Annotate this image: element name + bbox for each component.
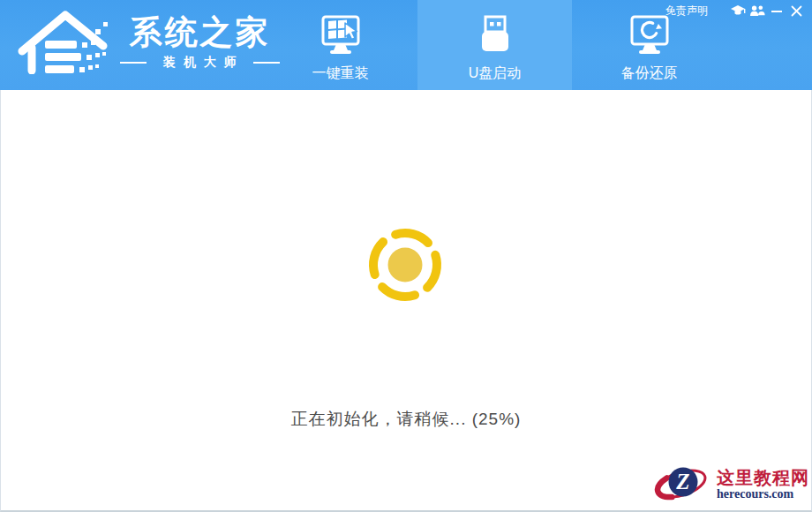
watermark-site-name: 这里教程网: [717, 468, 809, 487]
tab-label: 一键重装: [312, 64, 369, 83]
header-bar: 系统之家 装机大师: [0, 0, 812, 90]
loading-spinner: [365, 224, 446, 305]
watermark: Z 这里教程网 herecours.com: [653, 461, 810, 509]
users-icon[interactable]: [748, 3, 766, 19]
brand-title: 系统之家: [130, 14, 271, 52]
watermark-text: 这里教程网 herecours.com: [717, 468, 809, 501]
close-icon: [791, 5, 802, 17]
tab-label: 备份还原: [621, 64, 678, 83]
graduation-cap-icon[interactable]: [729, 3, 747, 19]
window-controls: 免责声明: [665, 3, 805, 19]
monitor-windows-icon: [316, 13, 365, 63]
close-button[interactable]: [787, 3, 805, 19]
watermark-logo: Z: [654, 462, 712, 508]
tab-label: U盘启动: [469, 64, 522, 83]
app-window: 系统之家 装机大师: [0, 0, 812, 512]
brand-text: 系统之家 装机大师: [120, 14, 280, 71]
house-pixel-icon: [18, 7, 109, 78]
brand-subtitle: 装机大师: [120, 55, 280, 71]
monitor-restore-icon: [625, 13, 674, 63]
loading-status-text: 正在初始化，请稍候... (25%): [1, 408, 811, 431]
minimize-button[interactable]: [768, 3, 786, 19]
usb-drive-icon: [470, 13, 520, 63]
dash-left: [120, 62, 147, 64]
main-tabs: 一键重装 U盘启动: [263, 0, 726, 90]
watermark-site-url: herecours.com: [717, 487, 793, 501]
brand: 系统之家 装机大师: [18, 7, 280, 78]
minimize-icon: [771, 5, 783, 16]
tab-usb-boot[interactable]: U盘启动: [417, 0, 572, 90]
tab-one-key-reinstall[interactable]: 一键重装: [263, 0, 417, 90]
disclaimer-link[interactable]: 免责声明: [665, 4, 708, 19]
main-content: 正在初始化，请稍候... (25%) Z 这里教程网 herecours.com: [0, 90, 812, 512]
brand-subtitle-label: 装机大师: [155, 55, 244, 71]
watermark-letter: Z: [675, 470, 689, 493]
